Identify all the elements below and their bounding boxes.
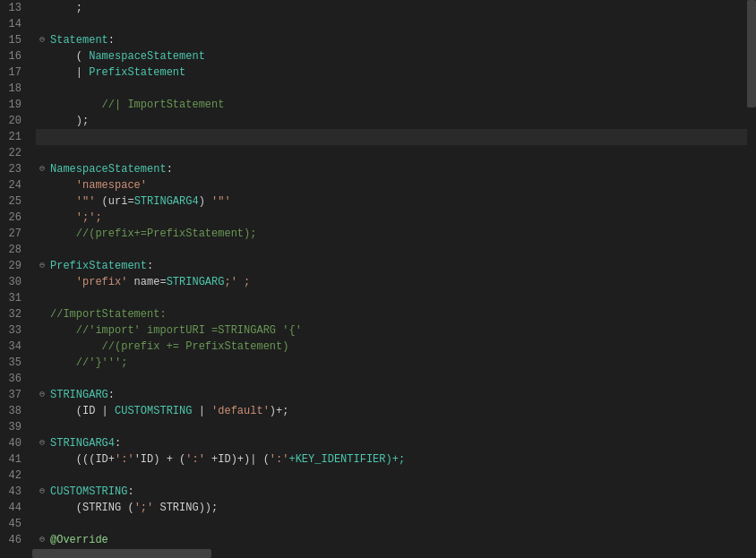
- code-line-46: ⊖@Override: [36, 532, 756, 548]
- line-number-44: 44: [0, 500, 27, 516]
- code-line-32: //ImportStatement:: [36, 306, 756, 322]
- line-number-32: 32: [0, 306, 27, 322]
- line-number-38: 38: [0, 403, 27, 419]
- code-line-45: [36, 516, 756, 532]
- line-number-16: 16: [0, 48, 27, 64]
- code-line-21: [36, 129, 756, 145]
- code-line-26: ';';: [36, 210, 756, 226]
- code-line-20: );: [36, 113, 756, 129]
- line-number-27: 27: [0, 226, 27, 242]
- line-number-31: 31: [0, 290, 27, 306]
- fold-indicator-23[interactable]: ⊖: [36, 161, 48, 177]
- line-number-46: 46: [0, 532, 27, 548]
- line-number-15: 15: [0, 32, 27, 48]
- line-number-42: 42: [0, 468, 27, 484]
- fold-indicator-37[interactable]: ⊖: [36, 387, 48, 403]
- line-number-17: 17: [0, 64, 27, 81]
- code-line-33: //'import' importURI =STRINGARG '{': [36, 322, 756, 339]
- code-line-19: //| ImportStatement: [36, 97, 756, 113]
- line-number-14: 14: [0, 16, 27, 32]
- line-number-25: 25: [0, 193, 27, 210]
- code-line-13: ;: [36, 0, 756, 16]
- code-line-39: [36, 419, 756, 435]
- code-line-34: //(prefix += PrefixStatement): [36, 339, 756, 355]
- code-line-44: (STRING (';' STRING));: [36, 500, 756, 516]
- line-number-23: 23: [0, 161, 27, 177]
- line-number-22: 22: [0, 145, 27, 161]
- code-area: 1314151617181920212223242526272829303132…: [0, 0, 756, 549]
- line-number-13: 13: [0, 0, 27, 16]
- code-line-22: [36, 145, 756, 161]
- line-number-40: 40: [0, 435, 27, 451]
- fold-indicator-46[interactable]: ⊖: [36, 532, 48, 548]
- code-line-16: ( NamespaceStatement: [36, 48, 756, 64]
- fold-indicator-15[interactable]: ⊖: [36, 32, 48, 48]
- horizontal-scrollbar[interactable]: [0, 549, 756, 558]
- line-number-24: 24: [0, 177, 27, 193]
- line-number-29: 29: [0, 258, 27, 274]
- line-number-41: 41: [0, 451, 27, 468]
- horizontal-scrollbar-thumb[interactable]: [32, 549, 211, 558]
- code-line-24: 'namespace': [36, 177, 756, 193]
- fold-indicator-43[interactable]: ⊖: [36, 484, 48, 500]
- code-line-37: ⊖STRINGARG:: [36, 387, 756, 403]
- code-line-35: //'}''';: [36, 355, 756, 371]
- line-number-18: 18: [0, 81, 27, 97]
- code-line-30: 'prefix' name=STRINGARG;' ;: [36, 274, 756, 290]
- code-line-42: [36, 468, 756, 484]
- line-number-26: 26: [0, 210, 27, 226]
- line-number-37: 37: [0, 387, 27, 403]
- code-line-36: [36, 371, 756, 387]
- line-number-21: 21: [0, 129, 27, 145]
- code-line-14: [36, 16, 756, 32]
- code-line-38: (ID | CUSTOMSTRING | 'default')+;: [36, 403, 756, 419]
- code-line-18: [36, 81, 756, 97]
- code-line-41: (((ID+':''ID) + (':' +ID)+)| (':'+KEY_ID…: [36, 451, 756, 468]
- line-number-30: 30: [0, 274, 27, 290]
- code-line-17: | PrefixStatement: [36, 64, 756, 81]
- vertical-scrollbar[interactable]: [747, 0, 756, 549]
- line-number-39: 39: [0, 419, 27, 435]
- code-line-15: ⊖Statement:: [36, 32, 756, 48]
- line-number-43: 43: [0, 484, 27, 500]
- fold-indicator-29[interactable]: ⊖: [36, 258, 48, 274]
- line-number-36: 36: [0, 371, 27, 387]
- code-line-25: '"' (uri=STRINGARG4) '"': [36, 193, 756, 210]
- code-editor: 1314151617181920212223242526272829303132…: [0, 0, 756, 558]
- line-number-19: 19: [0, 97, 27, 113]
- line-number-33: 33: [0, 322, 27, 339]
- code-line-29: ⊖PrefixStatement:: [36, 258, 756, 274]
- vertical-scrollbar-thumb[interactable]: [747, 0, 756, 107]
- line-number-35: 35: [0, 355, 27, 371]
- code-line-23: ⊖NamespaceStatement:: [36, 161, 756, 177]
- code-line-27: //(prefix+=PrefixStatement);: [36, 226, 756, 242]
- line-number-28: 28: [0, 242, 27, 258]
- line-number-45: 45: [0, 516, 27, 532]
- code-line-43: ⊖CUSTOMSTRING:: [36, 484, 756, 500]
- code-line-40: ⊖STRINGARG4:: [36, 435, 756, 451]
- code-content[interactable]: ;⊖Statement: ( NamespaceStatement | Pref…: [32, 0, 756, 549]
- line-number-34: 34: [0, 339, 27, 355]
- code-line-31: [36, 290, 756, 306]
- line-number-20: 20: [0, 113, 27, 129]
- code-line-28: [36, 242, 756, 258]
- line-numbers: 1314151617181920212223242526272829303132…: [0, 0, 32, 549]
- fold-indicator-40[interactable]: ⊖: [36, 435, 48, 451]
